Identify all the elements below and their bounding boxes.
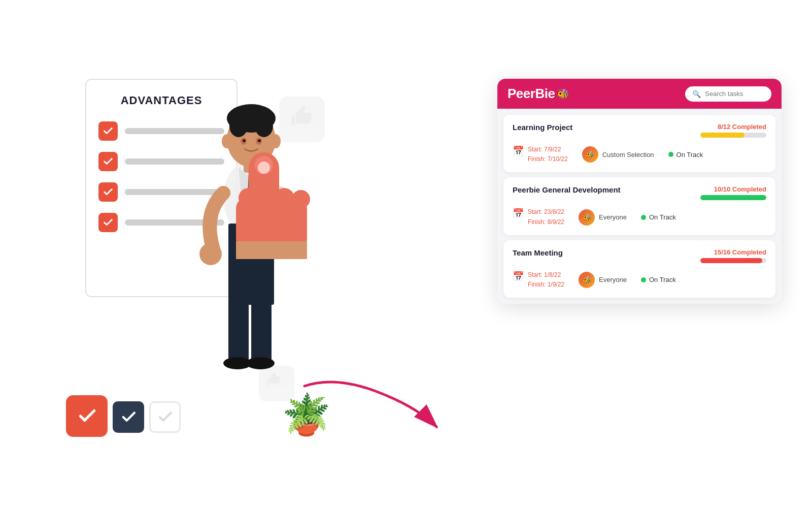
search-bar[interactable]: 🔍 [685,86,771,102]
assignee-block-2: 🐝 Everyone [579,209,627,226]
date-block-1: 📅 Start: 7/9/22 Finish: 7/10/22 [513,145,568,164]
assignee-avatar-3: 🐝 [579,272,595,288]
assignee-block-1: 🐝 Custom Selection [582,146,654,163]
calendar-icon-2: 📅 [513,208,524,219]
project-card-meeting: Team Meeting 15/16 Completed 📅 Start: 1/… [503,240,775,298]
svg-point-27 [258,162,270,174]
completion-text-3: 15/16 Completed [700,248,766,256]
logo-text: PeerBie [507,86,555,102]
app-panel: PeerBie 🐝 🔍 Learning Project 8/12 Comple… [497,79,782,304]
status-block-3: On Track [641,276,676,283]
status-dot-3 [641,277,646,282]
assignee-name-3: Everyone [599,276,627,283]
thumb-hand [221,142,322,259]
status-block-2: On Track [641,213,676,221]
projects-list: Learning Project 8/12 Completed 📅 Start:… [497,109,782,304]
dates-2: Start: 23/8/22 Finish: 8/9/22 [528,207,564,227]
completion-info-2: 10/10 Completed [700,185,766,200]
curved-arrow [294,371,452,442]
progress-fill-2 [700,195,766,200]
project-card-header-1: Learning Project 8/12 Completed [513,123,766,138]
finish-date-1: Finish: 7/10/22 [528,154,568,164]
completion-text-2: 10/10 Completed [700,185,766,193]
deco-check-large [66,395,108,437]
progress-fill-1 [700,133,745,138]
search-icon: 🔍 [692,90,701,98]
svg-point-26 [292,190,310,208]
project-footer-3: 📅 Start: 1/8/22 Finish: 1/9/22 🐝 Everyon… [513,270,766,290]
svg-point-4 [229,115,248,137]
project-name-1: Learning Project [513,123,572,132]
bottom-deco-boxes [66,395,181,437]
assignee-block-3: 🐝 Everyone [579,272,627,288]
assignee-name-2: Everyone [599,213,627,221]
svg-rect-15 [228,300,249,361]
start-date-2: Start: 23/8/22 [528,207,564,217]
project-name-3: Team Meeting [513,248,563,257]
search-input[interactable] [705,90,764,98]
svg-point-18 [246,357,275,369]
date-block-3: 📅 Start: 1/8/22 Finish: 1/9/22 [513,270,564,290]
completion-text-1: 8/12 Completed [700,123,766,131]
assignee-avatar-1: 🐝 [582,146,598,163]
svg-point-25 [274,188,294,208]
status-dot-2 [641,215,646,220]
app-logo: PeerBie 🐝 [507,86,569,102]
status-text-2: On Track [649,213,676,221]
svg-point-5 [255,115,273,137]
project-card-header-3: Team Meeting 15/16 Completed [513,248,766,263]
project-footer-2: 📅 Start: 23/8/22 Finish: 8/9/22 🐝 Everyo… [513,207,766,227]
status-text-1: On Track [676,151,703,158]
start-date-1: Start: 7/9/22 [528,145,568,154]
progress-bar-3 [700,258,766,263]
assignee-name-1: Custom Selection [602,151,654,158]
left-illustration: ADVANTAGES [0,0,386,508]
date-block-2: 📅 Start: 23/8/22 Finish: 8/9/22 [513,207,564,227]
finish-date-2: Finish: 8/9/22 [528,217,564,227]
progress-fill-3 [700,258,762,263]
deco-check-dark [113,401,144,433]
start-date-3: Start: 1/8/22 [528,270,564,280]
svg-rect-28 [236,241,307,259]
project-card-general: Peerbie General Development 10/10 Comple… [503,177,775,235]
svg-point-24 [256,187,277,207]
dates-3: Start: 1/8/22 Finish: 1/9/22 [528,270,564,290]
svg-rect-16 [251,300,272,361]
checkbox-4 [98,213,118,232]
project-card-learning: Learning Project 8/12 Completed 📅 Start:… [503,115,775,172]
checkbox-2 [98,152,118,171]
logo-bee-icon: 🐝 [557,88,569,100]
svg-point-19 [199,243,222,265]
checkbox-3 [98,182,118,202]
assignee-avatar-2: 🐝 [579,209,595,226]
project-name-2: Peerbie General Development [513,185,621,194]
dates-1: Start: 7/9/22 Finish: 7/10/22 [528,145,568,164]
app-header: PeerBie 🐝 🔍 [497,79,782,109]
project-footer-1: 📅 Start: 7/9/22 Finish: 7/10/22 🐝 Custom… [513,145,766,164]
deco-check-ghost [149,401,181,433]
progress-bar-1 [700,133,766,138]
completion-info-1: 8/12 Completed [700,123,766,138]
project-card-header-2: Peerbie General Development 10/10 Comple… [513,185,766,200]
status-dot-1 [668,152,673,157]
status-text-3: On Track [649,276,676,283]
status-block-1: On Track [668,151,703,158]
calendar-icon-1: 📅 [513,145,524,156]
checkbox-1 [98,121,118,141]
svg-point-23 [239,188,259,208]
calendar-icon-3: 📅 [513,271,524,282]
progress-bar-2 [700,195,766,200]
completion-info-3: 15/16 Completed [700,248,766,263]
finish-date-3: Finish: 1/9/22 [528,280,564,290]
